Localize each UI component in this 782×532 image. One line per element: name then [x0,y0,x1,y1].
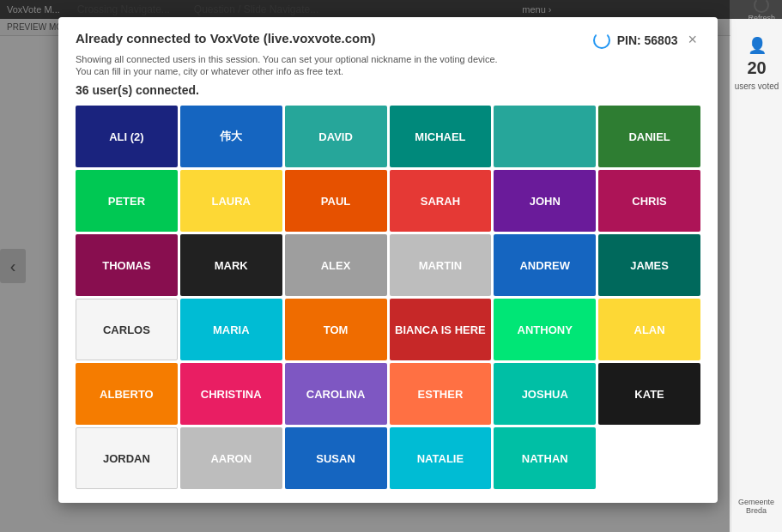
user-tile: NATALIE [390,427,492,489]
user-tile: ANDREW [494,234,596,296]
user-tile: ALBERTO [76,363,178,425]
modal-close-button[interactable]: × [684,31,700,49]
user-tile: SUSAN [285,427,387,489]
user-tile: SARAH [390,170,492,232]
user-tile: JORDAN [76,427,178,489]
user-tile: CAROLINA [285,363,387,425]
votes-count: 20 [747,58,766,78]
gemeente-label: Gemeente Breda [730,498,782,515]
user-tile: JOHN [494,170,596,232]
user-tile [598,427,700,489]
user-tile: ESTHER [390,363,492,425]
user-tile: THOMAS [76,234,178,296]
users-grid: ALI (2)伟大DAVIDMICHAELDANIELPETERLAURAPAU… [76,106,700,489]
user-tile: MICHAEL [390,106,492,167]
user-tile: KATE [598,363,700,425]
user-tile: MARTIN [390,234,492,296]
modal-header: Already connected to VoxVote (live.voxvo… [76,31,700,49]
modal-title: Already connected to VoxVote (live.voxvo… [76,31,376,45]
pin-text: PIN: 56803 [617,33,678,47]
user-tile: CHRIS [598,170,700,232]
modal-title-area: Already connected to VoxVote (live.voxvo… [76,31,376,45]
user-tile: MARK [180,234,282,296]
refresh-icon [754,0,769,13]
user-icon: 👤 [748,36,767,55]
user-tile: ALAN [598,299,700,360]
user-tile: LAURA [180,170,282,232]
gemeente-text: Gemeente Breda [738,498,774,515]
modal-pin-area: PIN: 56803 × [593,31,700,49]
user-tile: JAMES [598,234,700,296]
user-tile: JOSHUA [494,363,596,425]
user-tile: TOM [285,299,387,360]
user-tile: PETER [76,170,178,232]
user-tile: ALEX [285,234,387,296]
votes-label: users voted [735,82,779,91]
right-panel: 👤 20 users voted Gemeente Breda [730,19,782,532]
user-tile: AARON [180,427,282,489]
user-tile: PAUL [285,170,387,232]
pin-refresh-icon[interactable] [593,32,610,49]
connected-users-modal: Already connected to VoxVote (live.voxvo… [58,17,718,503]
user-count: 36 user(s) connected. [76,83,700,97]
user-tile: ANTHONY [494,299,596,360]
user-tile: 伟大 [180,106,282,167]
user-tile [494,106,596,167]
user-tile: NATHAN [494,427,596,489]
user-tile: CHRISTINA [180,363,282,425]
user-tile: ALI (2) [76,106,178,167]
modal-desc1: Showing all connected users in this sess… [76,54,700,64]
user-tile: DANIEL [598,106,700,167]
user-tile: DAVID [285,106,387,167]
user-tile: MARIA [180,299,282,360]
user-tile: BIANCA IS HERE [390,299,492,360]
user-tile: CARLOS [76,299,178,360]
modal-desc2: You can fill in your name, city or whate… [76,66,700,76]
